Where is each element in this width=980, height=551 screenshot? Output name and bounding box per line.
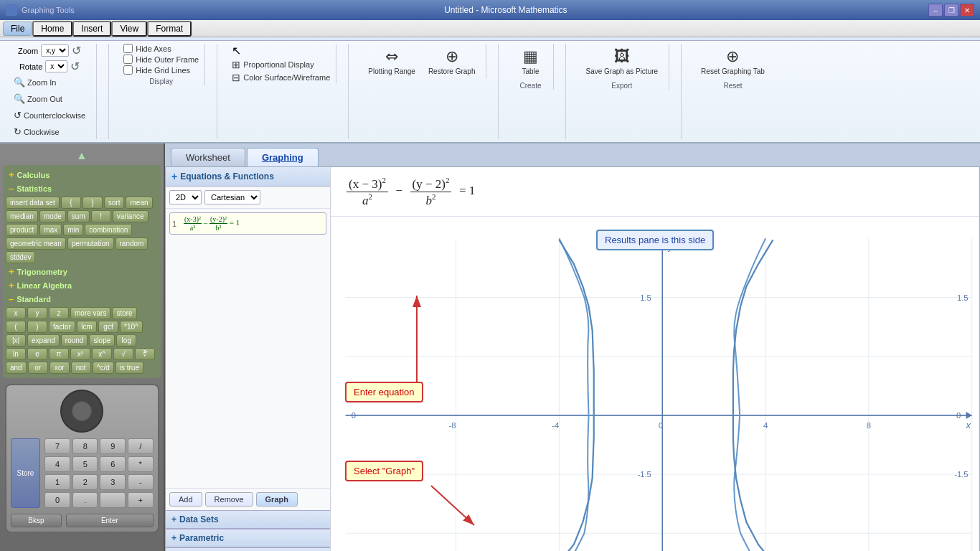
- num-mul[interactable]: *: [128, 456, 154, 472]
- calc-btn-e[interactable]: e: [27, 348, 47, 360]
- num-8[interactable]: 8: [72, 438, 98, 454]
- calc-btn-open-paren[interactable]: (: [6, 321, 26, 333]
- calc-btn-permutation[interactable]: permutation: [67, 237, 114, 250]
- remove-equation-btn[interactable]: Remove: [205, 492, 253, 507]
- num-3[interactable]: 3: [100, 474, 126, 490]
- calc-btn-z[interactable]: z: [49, 307, 69, 319]
- calc-btn-mode[interactable]: mode: [39, 210, 66, 222]
- num-0[interactable]: 0: [44, 492, 70, 508]
- inequalities-header[interactable]: + Inequalities: [166, 547, 330, 551]
- hide-grid-lines-checkbox[interactable]: [123, 65, 133, 75]
- calc-btn-store[interactable]: store: [112, 307, 136, 319]
- calc-btn-min[interactable]: min: [63, 224, 83, 236]
- calc-btn-abs[interactable]: |x|: [6, 334, 26, 347]
- calc-btn-sqrt[interactable]: √: [113, 348, 133, 360]
- hide-axes-checkbox[interactable]: [123, 44, 133, 53]
- proportional-check[interactable]: ⊞ Proportional Display: [232, 59, 330, 70]
- ccw-btn[interactable]: ↺ Counterclockwise: [9, 108, 90, 123]
- num-minus[interactable]: -: [128, 474, 154, 490]
- scroll-up[interactable]: ▲: [3, 149, 161, 162]
- close-button[interactable]: ✕: [960, 4, 974, 17]
- calc-btn-lcm[interactable]: lcm: [77, 321, 97, 333]
- calc-btn-not[interactable]: not: [71, 362, 91, 374]
- graph-btn[interactable]: Graph: [256, 492, 298, 507]
- calc-btn-ln[interactable]: ln: [6, 348, 26, 360]
- hide-outer-frame-check[interactable]: Hide Outer Frame: [123, 55, 199, 64]
- category-linear-algebra[interactable]: + Linear Algebra: [6, 278, 158, 292]
- category-calculus[interactable]: + Calculus: [6, 168, 158, 182]
- restore-graph-btn[interactable]: ⊕ Restore Graph: [423, 44, 481, 79]
- calc-btn-slope[interactable]: slope: [89, 334, 115, 347]
- calc-btn-mean[interactable]: mean: [126, 197, 152, 209]
- num-2[interactable]: 2: [72, 474, 98, 490]
- calc-btn-open-brace[interactable]: {: [61, 197, 81, 209]
- coord-select[interactable]: Cartesian Polar: [204, 190, 260, 204]
- calc-btn-more-vars[interactable]: more vars: [70, 307, 110, 319]
- nav-dpad[interactable]: [60, 390, 103, 433]
- calc-btn-xsq[interactable]: x²: [70, 348, 90, 360]
- calc-btn-xor[interactable]: xor: [50, 362, 70, 374]
- cw-btn[interactable]: ↻ Clockwise: [9, 124, 90, 139]
- calc-btn-combination[interactable]: combination: [85, 224, 132, 236]
- calc-btn-close-paren[interactable]: ): [27, 321, 47, 333]
- hide-grid-lines-check[interactable]: Hide Grid Lines: [123, 65, 199, 75]
- calc-btn-sum[interactable]: sum: [67, 210, 90, 222]
- calc-btn-x[interactable]: x: [6, 307, 26, 319]
- calc-btn-random[interactable]: random: [116, 237, 149, 250]
- nav-center[interactable]: [72, 401, 92, 421]
- calc-btn-insert-data-set[interactable]: insert data set: [6, 197, 60, 209]
- calc-btn-close-brace[interactable]: }: [83, 197, 103, 209]
- dim-select[interactable]: 2D 3D: [169, 190, 202, 204]
- tab-graphing[interactable]: Graphing: [247, 148, 319, 166]
- minimize-button[interactable]: –: [928, 4, 943, 17]
- num-5[interactable]: 5: [72, 456, 98, 472]
- num-7[interactable]: 7: [44, 438, 70, 454]
- calc-btn-max[interactable]: max: [39, 224, 62, 236]
- menu-format[interactable]: Format: [147, 21, 192, 37]
- calc-btn-or[interactable]: or: [28, 362, 48, 374]
- category-statistics[interactable]: – Statistics: [6, 182, 158, 195]
- calc-btn-xpow[interactable]: x^: [92, 348, 112, 360]
- category-trigonometry[interactable]: + Trigonometry: [6, 265, 158, 278]
- table-btn[interactable]: ▦ Table: [513, 44, 547, 79]
- save-graph-btn[interactable]: 🖼 Save Graph as Picture: [580, 44, 663, 79]
- zoom-out-btn[interactable]: 🔍 Zoom Out: [9, 91, 90, 106]
- calc-btn-pi[interactable]: π: [49, 348, 69, 360]
- calc-btn-factorial[interactable]: !: [91, 210, 111, 222]
- plotting-range-btn[interactable]: ⇔ Plotting Range: [363, 44, 420, 79]
- calc-btn-geometric-mean[interactable]: geometric mean: [6, 237, 66, 250]
- menu-view[interactable]: View: [111, 21, 147, 37]
- rotate-select[interactable]: x y: [45, 60, 67, 72]
- calc-btn-log[interactable]: log: [116, 334, 136, 347]
- menu-file[interactable]: File: [3, 22, 32, 36]
- num-9[interactable]: 9: [100, 438, 126, 454]
- reset-graphing-btn[interactable]: ⊕ Reset Graphing Tab: [696, 44, 770, 79]
- menu-home[interactable]: Home: [32, 21, 72, 37]
- zoom-select[interactable]: x,y x y: [41, 44, 69, 57]
- calc-btn-is-true[interactable]: is true: [116, 362, 143, 374]
- color-surface-check[interactable]: ⊟ Color Surface/Wireframe: [232, 72, 330, 83]
- num-dot[interactable]: .: [72, 492, 98, 508]
- zoom-in-btn[interactable]: 🔍 Zoom In: [9, 75, 90, 90]
- tab-worksheet[interactable]: Worksheet: [171, 148, 245, 166]
- num-1[interactable]: 1: [44, 474, 70, 490]
- calc-btn-and[interactable]: and: [6, 362, 27, 374]
- num-4[interactable]: 4: [44, 456, 70, 472]
- calc-btn-variance[interactable]: variance: [113, 210, 149, 222]
- calc-btn-gcf[interactable]: gcf: [98, 321, 118, 333]
- add-equation-btn[interactable]: Add: [169, 492, 202, 507]
- calc-btn-10pow[interactable]: *10^: [120, 321, 143, 333]
- calc-btn-y[interactable]: y: [27, 307, 47, 319]
- enter-button[interactable]: Enter: [66, 514, 153, 527]
- calc-btn-cbrt[interactable]: ∛: [135, 348, 155, 360]
- num-div[interactable]: /: [128, 438, 154, 454]
- calc-btn-median[interactable]: median: [6, 210, 38, 222]
- calc-btn-fraction[interactable]: ^c/d: [93, 362, 114, 374]
- category-standard[interactable]: – Standard: [6, 292, 158, 306]
- calc-btn-product[interactable]: product: [6, 224, 38, 236]
- calc-btn-round[interactable]: round: [61, 334, 88, 347]
- data-sets-header[interactable]: + Data Sets: [166, 510, 330, 529]
- num-plus[interactable]: +: [128, 492, 154, 508]
- calc-btn-factor[interactable]: factor: [49, 321, 75, 333]
- calc-btn-sort[interactable]: sort: [104, 197, 125, 209]
